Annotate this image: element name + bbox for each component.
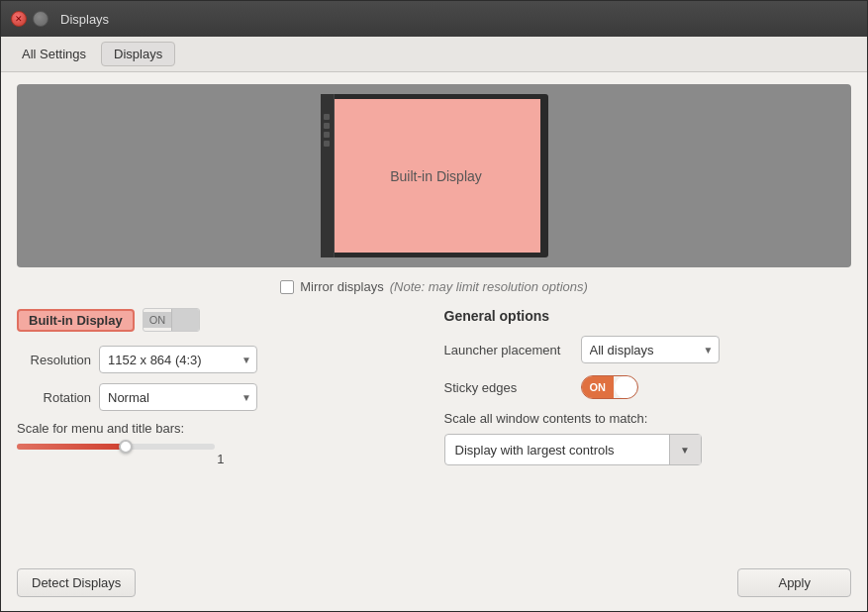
general-options-title: General options — [444, 308, 852, 324]
sidebar-dot — [324, 114, 330, 120]
scale-window-select[interactable]: Display with largest controls ▼ — [444, 434, 702, 465]
display-toggle[interactable]: ON — [143, 308, 201, 332]
sidebar-dot — [324, 123, 330, 129]
close-button[interactable]: ✕ — [11, 11, 27, 27]
scale-value: 1 — [17, 452, 425, 466]
monitor-screen: Built-in Display — [333, 99, 540, 253]
sticky-edges-toggle[interactable]: ON — [581, 375, 639, 399]
monitor-label: Built-in Display — [390, 168, 482, 184]
scale-window-arrow-icon[interactable]: ▼ — [669, 435, 701, 464]
content-area: Mirror displays (Note: may limit resolut… — [1, 279, 867, 559]
scale-section: Scale for menu and title bars: 1 — [17, 421, 425, 466]
nav-displays[interactable]: Displays — [101, 42, 175, 66]
sticky-handle — [615, 376, 636, 398]
mirror-note: (Note: may limit resolution options) — [390, 279, 588, 294]
scale-label: Scale for menu and title bars: — [17, 421, 425, 436]
left-panel: Built-in Display ON Resolution 1152 x 86… — [17, 308, 425, 559]
apply-button[interactable]: Apply — [737, 568, 851, 597]
scale-window-label: Scale all window contents to match: — [444, 411, 852, 426]
resolution-select[interactable]: 1152 x 864 (4:3) 1024 x 768 (4:3) 800 x … — [99, 346, 257, 373]
right-panel: General options Launcher placement All d… — [444, 308, 852, 559]
rotation-row: Rotation Normal 90° 180° 270° ▼ — [17, 383, 425, 411]
rotation-label: Rotation — [17, 390, 91, 405]
resolution-label: Resolution — [17, 353, 91, 367]
scale-slider[interactable] — [17, 444, 215, 450]
mirror-checkbox[interactable] — [280, 280, 294, 294]
sticky-edges-row: Sticky edges ON — [444, 375, 852, 399]
mirror-row: Mirror displays (Note: may limit resolut… — [17, 279, 851, 294]
titlebar: ✕ Displays — [1, 1, 867, 37]
scale-window-value: Display with largest controls — [445, 443, 669, 458]
toggle-handle — [171, 309, 199, 331]
resolution-row: Resolution 1152 x 864 (4:3) 1024 x 768 (… — [17, 346, 425, 373]
scale-slider-container — [17, 444, 215, 450]
monitor-frame[interactable]: Built-in Display — [321, 94, 548, 257]
launcher-label: Launcher placement — [444, 343, 573, 357]
navbar: All Settings Displays — [1, 37, 867, 72]
launcher-select-wrapper: All displays Primary display only ▼ — [581, 336, 720, 363]
slider-row — [17, 444, 425, 450]
sidebar-dot — [324, 141, 330, 147]
nav-all-settings[interactable]: All Settings — [9, 42, 99, 66]
detect-displays-button[interactable]: Detect Displays — [17, 568, 136, 597]
sticky-edges-label: Sticky edges — [444, 380, 573, 395]
sticky-on-label: ON — [582, 376, 615, 398]
settings-row: Built-in Display ON Resolution 1152 x 86… — [17, 308, 851, 559]
window: ✕ Displays All Settings Displays Built-i… — [0, 0, 868, 612]
window-title: Displays — [60, 12, 109, 27]
mirror-label: Mirror displays — [300, 279, 384, 294]
resolution-select-wrapper: 1152 x 864 (4:3) 1024 x 768 (4:3) 800 x … — [99, 346, 257, 373]
launcher-row: Launcher placement All displays Primary … — [444, 336, 852, 363]
rotation-select[interactable]: Normal 90° 180° 270° — [99, 383, 257, 411]
minimize-button[interactable] — [33, 11, 48, 27]
window-controls: ✕ — [11, 11, 48, 27]
slider-fill — [17, 444, 126, 450]
sidebar-dot — [324, 132, 330, 138]
footer: Detect Displays Apply — [1, 559, 867, 611]
monitor-sidebar — [321, 94, 335, 257]
rotation-select-wrapper: Normal 90° 180° 270° ▼ — [99, 383, 257, 411]
slider-thumb[interactable] — [119, 440, 133, 454]
launcher-select[interactable]: All displays Primary display only — [581, 336, 720, 363]
display-preview: Built-in Display — [17, 84, 851, 267]
toggle-on-text: ON — [144, 312, 172, 328]
display-toggle-row: Built-in Display ON — [17, 308, 425, 332]
display-name-label: Built-in Display — [17, 309, 135, 332]
